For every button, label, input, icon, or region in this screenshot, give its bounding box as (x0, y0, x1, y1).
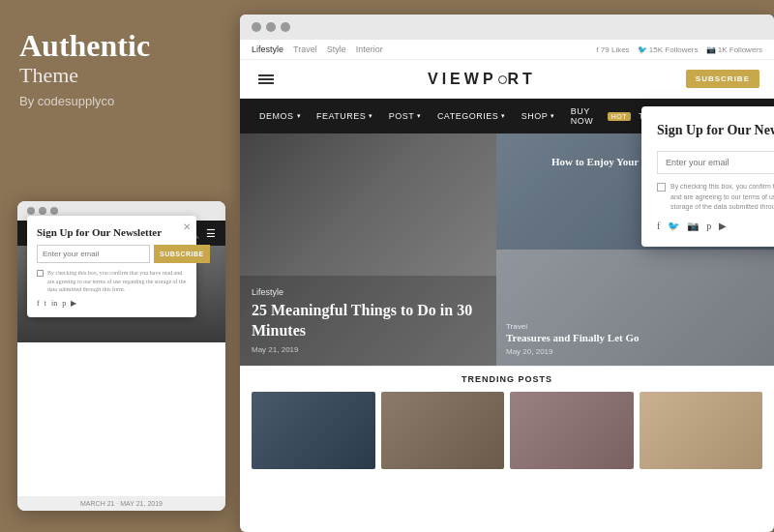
mobile-facebook-icon[interactable]: f (37, 299, 40, 308)
trending-label: TRENDING POSTS (252, 374, 762, 384)
article2-meta: May 20, 2019 (506, 347, 764, 356)
topbar-link-interior[interactable]: Interior (356, 44, 383, 54)
desktop-nav-left: DEMOS ▾ FEATURES ▾ POST ▾ CATEGORIES ▾ S… (252, 99, 639, 133)
twitter-followers: 🐦 15K Followers (638, 45, 699, 54)
newsletter-social-icons: f 🐦 📷 p ▶ (657, 221, 774, 231)
mobile-menu-icon[interactable]: ☰ (206, 227, 216, 240)
nav-item-post[interactable]: POST ▾ (381, 99, 430, 133)
desktop-newsletter-overlay: ✕ Sign Up for Our Newsletter SUBSCRIBE B… (641, 106, 774, 247)
newsletter-youtube-icon[interactable]: ▶ (719, 221, 727, 231)
desktop-logo: VIEWPRT (428, 71, 536, 88)
brand-by: By codesupplyco (19, 94, 221, 108)
newsletter-twitter-icon[interactable]: 🐦 (668, 221, 679, 231)
hero-meta: May 21, 2019 (252, 345, 485, 354)
trending-image-2[interactable] (381, 392, 505, 469)
hamburger-line-1 (258, 74, 274, 76)
hero-right-bottom-overlay: Travel Treasures and Finally Let Go May … (496, 250, 774, 366)
mobile-pinterest-icon[interactable]: p (62, 299, 66, 308)
buy-now-badge: HOT (608, 112, 631, 121)
hamburger-line-3 (258, 82, 274, 84)
article2-category: Travel (506, 322, 764, 331)
mobile-youtube-icon[interactable]: ▶ (71, 299, 76, 308)
newsletter-pinterest-icon[interactable]: p (706, 221, 711, 231)
left-panel: Authentic Theme By codesupplyco VIEWPÖRT… (0, 0, 240, 532)
mobile-newsletter-title: Sign Up for Our Newsletter (37, 225, 187, 239)
mobile-newsletter-overlay: ✕ Sign Up for Our Newsletter SUBSCRIBE B… (27, 216, 196, 317)
desktop-topbar: Lifestyle Travel Style Interior f 79 Lik… (240, 40, 774, 60)
nav-item-features[interactable]: FEATURES ▾ (309, 99, 381, 133)
mobile-twitter-icon[interactable]: t (45, 299, 46, 308)
trending-image-3[interactable] (510, 392, 634, 469)
newsletter-terms-text: By checking this box, you confirm that y… (670, 182, 774, 213)
newsletter-terms-checkbox[interactable] (657, 183, 666, 192)
desktop-header: VIEWPRT SUBSCRIBE (240, 60, 774, 99)
mobile-terms-text: By checking this box, you confirm that y… (47, 269, 187, 293)
newsletter-instagram-icon[interactable]: 📷 (687, 221, 699, 231)
mobile-bottom-bar: MARCH 21 · MAY 21, 2019 (17, 496, 225, 511)
desktop-topbar-links: Lifestyle Travel Style Interior (252, 44, 383, 54)
topbar-link-travel[interactable]: Travel (293, 44, 317, 54)
brand-subtitle: Theme (19, 63, 221, 88)
nav-item-categories[interactable]: CATEGORIES ▾ (430, 99, 514, 133)
nav-item-shop[interactable]: SHOP ▾ (514, 99, 563, 133)
desktop-subscribe-button[interactable]: SUBSCRIBE (686, 70, 759, 88)
mobile-dot-1 (27, 207, 35, 215)
hero-category: Lifestyle (252, 287, 485, 297)
mobile-checkbox-row: By checking this box, you confirm that y… (37, 269, 187, 293)
nav-item-demos[interactable]: DEMOS ▾ (252, 99, 309, 133)
trending-section: TRENDING POSTS (240, 366, 774, 475)
mobile-dot-2 (39, 207, 46, 215)
desktop-dot-2 (266, 22, 276, 32)
mobile-email-row: SUBSCRIBE (37, 245, 187, 263)
newsletter-facebook-icon[interactable]: f (657, 221, 660, 231)
topbar-link-lifestyle[interactable]: Lifestyle (252, 44, 283, 54)
mobile-email-input[interactable] (37, 245, 150, 263)
trending-image-1[interactable] (252, 392, 375, 469)
mobile-terms-checkbox[interactable] (37, 270, 44, 277)
hero-right-bottom-image[interactable]: Travel Treasures and Finally Let Go May … (496, 250, 774, 366)
article2-title: Treasures and Finally Let Go (506, 331, 764, 344)
mobile-social-icons: f t in p ▶ (37, 299, 187, 308)
newsletter-checkbox-row: By checking this box, you confirm that y… (657, 182, 774, 213)
brand-title: Authentic (19, 29, 221, 63)
mobile-close-button[interactable]: ✕ (183, 222, 191, 232)
mobile-instagram-icon[interactable]: in (51, 299, 57, 308)
hero-title: 25 Meaningful Things to Do in 30 Minutes (252, 301, 485, 341)
desktop-top-dots (240, 15, 774, 40)
trending-image-4[interactable] (640, 392, 763, 469)
desktop-mockup: Lifestyle Travel Style Interior f 79 Lik… (240, 15, 774, 532)
hamburger-line-2 (258, 78, 274, 80)
newsletter-email-row: SUBSCRIBE (657, 151, 774, 174)
hero-overlay: Lifestyle 25 Meaningful Things to Do in … (240, 276, 496, 366)
nav-item-buy-now[interactable]: BUY NOW HOT (563, 99, 639, 133)
desktop-dot-3 (281, 22, 290, 32)
newsletter-title: Sign Up for Our Newsletter (657, 122, 774, 139)
instagram-followers: 📷 1K Followers (706, 45, 762, 54)
trending-images (252, 392, 762, 469)
mobile-dot-3 (50, 207, 58, 215)
newsletter-email-input[interactable] (657, 151, 774, 174)
hero-image[interactable]: Lifestyle 25 Meaningful Things to Do in … (240, 133, 496, 366)
mobile-subscribe-button[interactable]: SUBSCRIBE (154, 245, 210, 263)
desktop-hamburger-button[interactable] (254, 71, 278, 88)
topbar-link-style[interactable]: Style (327, 44, 346, 54)
mobile-mockup: VIEWPÖRT 🛍 🔍 ☰ ✕ Sign Up for Our Newslet… (17, 201, 225, 511)
desktop-dot-1 (252, 22, 261, 32)
facebook-likes: f 79 Likes (596, 45, 629, 54)
desktop-topbar-social: f 79 Likes 🐦 15K Followers 📷 1K Follower… (596, 45, 762, 54)
